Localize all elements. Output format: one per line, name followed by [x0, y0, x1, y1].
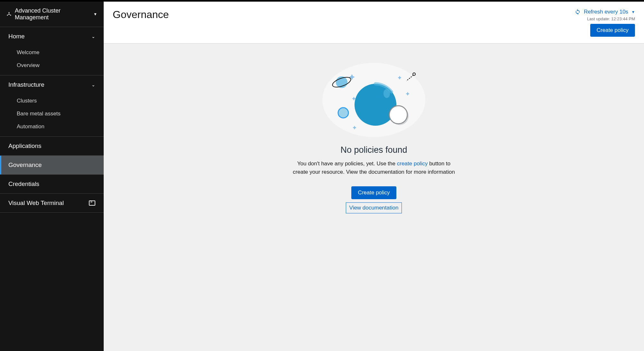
view-documentation-button[interactable]: View documentation: [346, 202, 402, 213]
sidebar-section-infrastructure[interactable]: Infrastructure ⌄: [0, 75, 104, 94]
sidebar-item-welcome[interactable]: Welcome: [0, 46, 104, 59]
sidebar-item-visual-web-terminal[interactable]: Visual Web Terminal: [0, 194, 104, 212]
main-content: Governance Refresh every 10s ▼ Last upda…: [104, 2, 644, 351]
refresh-dropdown[interactable]: Refresh every 10s ▼: [575, 9, 635, 15]
sidebar: Advanced Cluster Management ▼ Home ⌄ Wel…: [0, 2, 104, 351]
sidebar-section-home[interactable]: Home ⌄: [0, 27, 104, 46]
sidebar-section-label: Home: [8, 33, 25, 40]
sidebar-item-clusters[interactable]: Clusters: [0, 94, 104, 107]
chevron-down-icon: ⌄: [91, 34, 95, 39]
caret-down-icon: ▼: [93, 12, 97, 16]
empty-state-title: No policies found: [290, 145, 458, 155]
caret-down-icon: ▼: [631, 10, 635, 14]
empty-state-illustration-icon: [319, 61, 429, 139]
app-switcher[interactable]: Advanced Cluster Management ▼: [0, 2, 104, 27]
chevron-down-icon: ⌄: [91, 82, 95, 87]
sidebar-item-credentials[interactable]: Credentials: [0, 175, 104, 193]
sidebar-item-applications[interactable]: Applications: [0, 137, 104, 155]
terminal-icon: [89, 200, 95, 206]
empty-state-container: No policies found You don't have any pol…: [104, 44, 644, 351]
empty-state-actions: Create policy View documentation: [290, 185, 458, 213]
svg-point-8: [384, 89, 390, 98]
sidebar-infra-items: Clusters Bare metal assets Automation: [0, 94, 104, 136]
empty-state-description: You don't have any policies, yet. Use th…: [290, 160, 458, 176]
header-actions: Refresh every 10s ▼ Last update: 12:23:4…: [575, 9, 635, 37]
svg-point-12: [389, 106, 407, 124]
main-header: Governance Refresh every 10s ▼ Last upda…: [104, 2, 644, 44]
acm-logo-icon: [6, 12, 12, 17]
sidebar-section-label: Infrastructure: [8, 81, 44, 88]
sidebar-item-governance[interactable]: Governance: [0, 156, 104, 174]
create-policy-inline-link[interactable]: create policy: [397, 161, 428, 167]
page-title: Governance: [113, 9, 169, 21]
sidebar-home-items: Welcome Overview: [0, 46, 104, 75]
empty-state: No policies found You don't have any pol…: [290, 61, 458, 351]
sidebar-item-bare-metal[interactable]: Bare metal assets: [0, 107, 104, 120]
sidebar-item-overview[interactable]: Overview: [0, 59, 104, 72]
refresh-label: Refresh every 10s: [584, 9, 628, 15]
sidebar-item-automation[interactable]: Automation: [0, 120, 104, 133]
create-policy-button[interactable]: Create policy: [590, 24, 635, 37]
app-switcher-label: Advanced Cluster Management: [15, 7, 90, 21]
create-policy-button-empty[interactable]: Create policy: [351, 186, 396, 199]
refresh-icon: [575, 9, 581, 15]
last-update-text: Last update: 12:23:44 PM: [587, 16, 635, 21]
